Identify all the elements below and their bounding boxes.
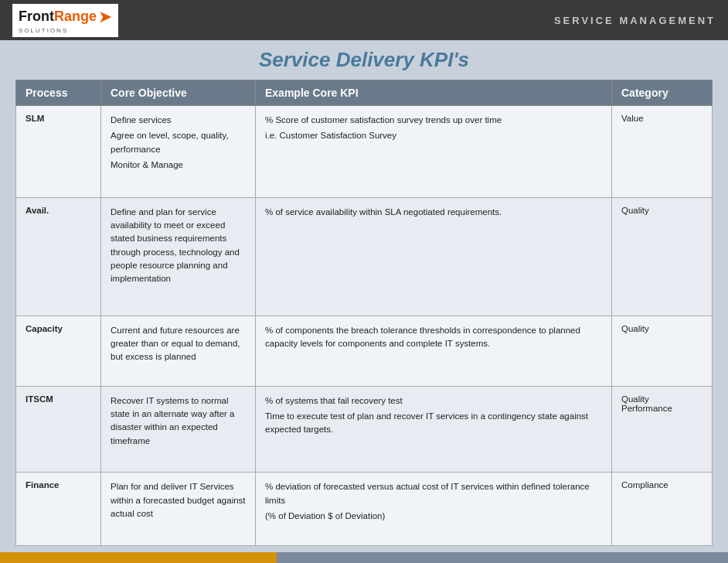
bottom-gold-section	[0, 552, 277, 563]
kpi-itscm: % of systems that fail recovery test Tim…	[256, 386, 612, 473]
col-header-example-core-kpi: Example Core KPI	[256, 80, 612, 106]
col-header-category: Category	[612, 80, 713, 106]
core-obj-slm-line2: Agree on level, scope, quality, performa…	[111, 129, 246, 156]
header-bar: FrontRange➤ SOLUTIONS SERVICE MANAGEMENT	[0, 0, 728, 40]
category-itscm-performance: Performance	[621, 404, 702, 413]
logo-solutions: SOLUTIONS	[19, 27, 68, 34]
core-obj-slm: Define services Agree on level, scope, q…	[101, 106, 256, 198]
bottom-bar	[0, 552, 728, 563]
kpi-finance-line1: % deviation of forecasted versus actual …	[265, 480, 602, 507]
category-finance: Compliance	[612, 473, 713, 546]
kpi-finance-line2: (% of Deviation $ of Deviation)	[265, 510, 602, 523]
service-management-title: SERVICE MANAGEMENT	[554, 15, 716, 26]
core-obj-avail: Define and plan for service availability…	[101, 197, 256, 316]
kpi-slm-line2: i.e. Customer Satisfaction Survey	[265, 129, 602, 142]
core-obj-avail-line1: Define and plan for service availability…	[111, 206, 246, 286]
kpi-slm-line1: % Score of customer satisfaction survey …	[265, 114, 602, 127]
kpi-table: Process Core Objective Example Core KPI …	[15, 80, 713, 546]
process-finance: Finance	[16, 473, 101, 546]
process-slm: SLM	[16, 106, 101, 198]
page-title: Service Delivery KPI's	[15, 48, 713, 72]
category-slm: Value	[612, 106, 713, 198]
kpi-avail-line1: % of service availability within SLA neg…	[265, 206, 602, 219]
logo-inner: FrontRange➤ SOLUTIONS	[19, 7, 112, 34]
category-itscm: Quality Performance	[612, 386, 713, 473]
table-row: SLM Define services Agree on level, scop…	[16, 106, 713, 198]
core-obj-capacity-line1: Current and future resources are greater…	[111, 324, 246, 364]
kpi-itscm-line2: Time to execute test of plan and recover…	[265, 410, 602, 437]
core-obj-capacity: Current and future resources are greater…	[101, 316, 256, 386]
table-row: Finance Plan for and deliver IT Services…	[16, 473, 713, 546]
logo-box: FrontRange➤ SOLUTIONS	[12, 4, 118, 37]
core-obj-slm-line1: Define services	[111, 114, 246, 127]
logo-arrow-icon: ➤	[98, 7, 112, 27]
logo-top-row: FrontRange➤	[19, 7, 112, 27]
category-avail: Quality	[612, 197, 713, 316]
logo-front: Front	[19, 9, 54, 25]
core-obj-finance-line1: Plan for and deliver IT Services within …	[111, 480, 246, 520]
table-row: Capacity Current and future resources ar…	[16, 316, 713, 386]
kpi-slm: % Score of customer satisfaction survey …	[256, 106, 612, 198]
table-row: Avail. Define and plan for service avail…	[16, 197, 713, 316]
page-wrapper: FrontRange➤ SOLUTIONS SERVICE MANAGEMENT…	[0, 0, 728, 563]
kpi-capacity-line1: % of components the breach tolerance thr…	[265, 324, 602, 351]
main-content: Service Delivery KPI's Process Core Obje…	[0, 40, 728, 552]
table-row: ITSCM Recover IT systems to normal state…	[16, 386, 713, 473]
logo-range: Range	[54, 9, 97, 25]
category-itscm-quality: Quality	[621, 394, 702, 404]
table-header-row: Process Core Objective Example Core KPI …	[16, 80, 713, 106]
col-header-core-objective: Core Objective	[101, 80, 256, 106]
core-obj-finance: Plan for and deliver IT Services within …	[101, 473, 256, 546]
category-capacity: Quality	[612, 316, 713, 386]
kpi-capacity: % of components the breach tolerance thr…	[256, 316, 612, 386]
col-header-process: Process	[16, 80, 101, 106]
core-obj-itscm-line1: Recover IT systems to normal state in an…	[111, 394, 246, 448]
bottom-gray-section	[277, 552, 728, 563]
logo-area: FrontRange➤ SOLUTIONS	[12, 4, 118, 37]
core-obj-itscm: Recover IT systems to normal state in an…	[101, 386, 256, 473]
kpi-itscm-line1: % of systems that fail recovery test	[265, 394, 602, 408]
process-avail: Avail.	[16, 197, 101, 316]
kpi-finance: % deviation of forecasted versus actual …	[256, 473, 612, 546]
kpi-avail: % of service availability within SLA neg…	[256, 197, 612, 316]
core-obj-slm-line3: Monitor & Manage	[111, 159, 246, 172]
process-capacity: Capacity	[16, 316, 101, 386]
process-itscm: ITSCM	[16, 386, 101, 473]
